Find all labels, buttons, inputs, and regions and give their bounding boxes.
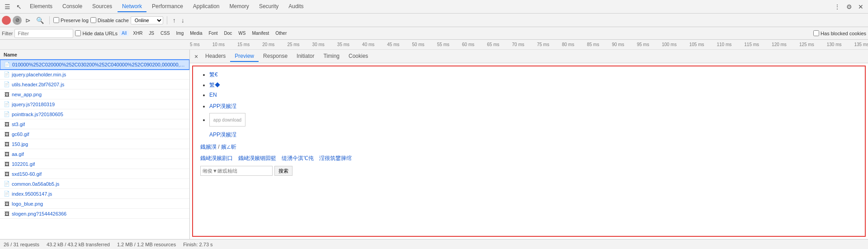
ruler-120ms: 120 ms xyxy=(772,42,799,47)
file-item-1[interactable]: 📄 jquery.placeholder.min.js xyxy=(0,70,189,80)
preview-list-item-1: 繁◆ xyxy=(209,81,858,89)
file-item-0[interactable]: 📄 010000%252C020000%252C030200%252C04000… xyxy=(0,60,189,70)
ruler-45ms: 45 ms xyxy=(387,42,412,47)
file-item-9[interactable]: 🖼 aa.gif xyxy=(0,149,189,159)
file-icon-3: 🖼 xyxy=(4,91,10,98)
search-btn[interactable]: 🔍 xyxy=(34,16,46,25)
has-blocked-cookies[interactable]: Has blocked cookies xyxy=(813,30,866,36)
filter-doc-btn[interactable]: Doc xyxy=(222,30,235,36)
disable-cache-input[interactable] xyxy=(90,17,96,23)
file-item-3[interactable]: 🖼 new_app.png xyxy=(0,89,189,99)
hide-data-urls-input[interactable] xyxy=(75,30,81,36)
file-item-15[interactable]: 🖼 slogen.png?1544426366 xyxy=(0,209,189,219)
ruler-10ms: 10 ms xyxy=(212,42,237,47)
has-blocked-checkbox[interactable] xyxy=(813,30,819,36)
preview-link-0[interactable]: 繁€ xyxy=(209,71,218,78)
devtools-toggle-btn[interactable]: ☰ xyxy=(2,1,13,12)
filter-input[interactable] xyxy=(14,29,73,38)
preview-row-link-0[interactable]: 鐡峔湨嬪剧口 xyxy=(200,155,233,162)
filter-xhr-btn[interactable]: XHR xyxy=(131,30,145,36)
file-item-8[interactable]: 🖼 150.jpg xyxy=(0,139,189,149)
detail-tab-headers[interactable]: Headers xyxy=(201,51,230,62)
tab-audits[interactable]: Audits xyxy=(284,1,308,12)
tab-memory[interactable]: Memory xyxy=(225,1,254,12)
tab-application[interactable]: Application xyxy=(189,1,224,12)
detail-tab-timing[interactable]: Timing xyxy=(319,51,344,62)
preview-search-btn[interactable]: 搜索 xyxy=(274,166,292,176)
preview-row-link-2[interactable]: 缇湧仐淇℃伅 xyxy=(282,155,314,162)
file-item-10[interactable]: 🖼 102201.gif xyxy=(0,159,189,169)
preserve-log-checkbox[interactable]: Preserve log xyxy=(53,17,89,23)
file-item-11[interactable]: 🖼 sxd150-60.gif xyxy=(0,169,189,179)
filter-ws-btn[interactable]: WS xyxy=(236,30,248,36)
preview-row-link-1[interactable]: 鐡峔湨嬪锢囩籃 xyxy=(238,155,276,162)
filter-other-btn[interactable]: Other xyxy=(273,30,289,36)
settings-btn[interactable]: ⚙ xyxy=(844,1,854,12)
tab-console[interactable]: Console xyxy=(58,1,87,12)
file-name-6: st3.gif xyxy=(12,122,25,127)
preview-nav-link[interactable]: 鐡嬪湨 xyxy=(200,144,217,150)
filter-label: Filter xyxy=(2,31,13,36)
ruler-110ms: 110 ms xyxy=(717,42,744,47)
tab-performance[interactable]: Performance xyxy=(147,1,188,12)
detail-close-btn[interactable]: × xyxy=(192,52,201,61)
devtools-cursor-btn[interactable]: ↖ xyxy=(14,1,24,12)
more-options-btn[interactable]: ⋮ xyxy=(832,1,843,12)
detail-panel: × Headers Preview Response Initiator Tim… xyxy=(190,50,868,239)
record-btn[interactable] xyxy=(2,16,11,25)
tab-elements[interactable]: Elements xyxy=(25,1,57,12)
preserve-log-input[interactable] xyxy=(53,17,59,23)
preview-app-list: APP湨嬪浧 app download xyxy=(200,103,858,127)
tab-sources[interactable]: Sources xyxy=(88,1,117,12)
filter-css-btn[interactable]: CSS xyxy=(158,30,172,36)
preview-nav-link2[interactable]: 嬪∠昕 xyxy=(221,144,236,150)
file-item-13[interactable]: 📄 index.95005147.js xyxy=(0,189,189,199)
filter-js-btn[interactable]: JS xyxy=(146,30,156,36)
file-item-4[interactable]: 📄 jquery.js?20180319 xyxy=(0,99,189,109)
detail-tab-initiator[interactable]: Initiator xyxy=(292,51,319,62)
detail-tabs: × Headers Preview Response Initiator Tim… xyxy=(190,50,868,63)
filter-all-btn[interactable]: All xyxy=(119,30,129,36)
file-item-2[interactable]: 📄 utils.header.2bf76207.js xyxy=(0,80,189,89)
file-icon-13: 📄 xyxy=(4,191,10,197)
preview-app-link[interactable]: APP湨嬪浧 xyxy=(209,103,236,109)
file-item-7[interactable]: 🖼 gc60.gif xyxy=(0,129,189,139)
filter-img-btn[interactable]: Img xyxy=(174,30,186,36)
preview-link-1[interactable]: 繁◆ xyxy=(209,82,220,88)
filter-font-btn[interactable]: Font xyxy=(207,30,220,36)
ruler-70ms: 70 ms xyxy=(512,42,537,47)
preview-app-sub-link[interactable]: APP湨嬪浧 xyxy=(209,132,236,138)
file-icon-0: 📄 xyxy=(4,61,10,68)
ruler-100ms: 100 ms xyxy=(662,42,689,47)
detail-tab-preview[interactable]: Preview xyxy=(230,51,259,62)
detail-tab-response[interactable]: Response xyxy=(259,51,292,62)
filter-media-btn[interactable]: Media xyxy=(188,30,204,36)
hide-data-urls-checkbox[interactable]: Hide data URLs xyxy=(75,30,118,36)
clear-btn[interactable]: ⊘ xyxy=(13,16,22,25)
detail-tab-cookies[interactable]: Cookies xyxy=(344,51,373,62)
preview-row-link-3[interactable]: 浧很筑鐢簲绾 xyxy=(319,155,352,162)
ruler-80ms: 80 ms xyxy=(562,42,587,47)
close-devtools-btn[interactable]: ✕ xyxy=(855,1,866,12)
file-item-12[interactable]: 📄 common.0a56a0b5.js xyxy=(0,179,189,189)
preview-link-en[interactable]: EN xyxy=(209,92,217,98)
tab-network[interactable]: Network xyxy=(118,1,146,12)
ruler-5ms: 5 ms xyxy=(190,42,212,47)
tab-security[interactable]: Security xyxy=(255,1,283,12)
nav-separator: / xyxy=(218,144,221,150)
ruler-75ms: 75 ms xyxy=(537,42,562,47)
ruler-55ms: 55 ms xyxy=(437,42,462,47)
file-item-14[interactable]: 🖼 logo_blue.png xyxy=(0,199,189,209)
preview-search-input[interactable] xyxy=(200,166,273,176)
filter-btn[interactable]: ⊳ xyxy=(24,16,33,25)
file-item-6[interactable]: 🖼 st3.gif xyxy=(0,119,189,129)
file-item-5[interactable]: 📄 pointtrack.js?20180605 xyxy=(0,109,189,119)
filter-manifest-btn[interactable]: Manifest xyxy=(250,30,271,36)
file-name-14: logo_blue.png xyxy=(12,201,43,207)
file-icon-5: 📄 xyxy=(4,111,10,117)
preview-row-links: 鐡峔湨嬪剧口 鐡峔湨嬪锢囩籃 缇湧仐淇℃伅 浧很筑鐢簲绾 xyxy=(200,155,858,162)
ruler-25ms: 25 ms xyxy=(287,42,312,47)
disable-cache-checkbox[interactable]: Disable cache xyxy=(90,17,129,23)
ruler-15ms: 15 ms xyxy=(237,42,262,47)
throttle-select[interactable]: Online Fast 3G Slow 3G Offline xyxy=(131,16,163,24)
